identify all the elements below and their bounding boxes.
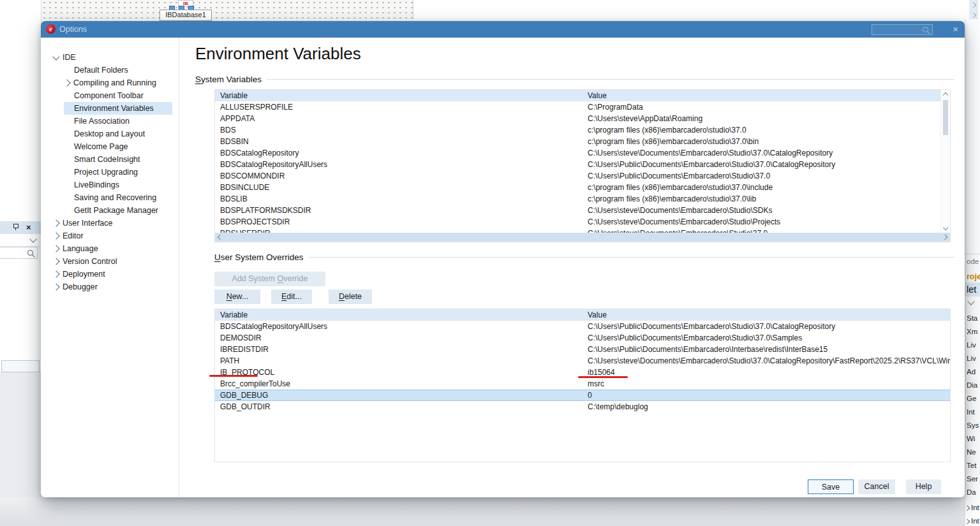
palette-category-collapsed[interactable]: Int <box>965 501 979 515</box>
chevron-right-icon[interactable] <box>52 270 59 277</box>
delete-button[interactable]: Delete <box>329 289 372 304</box>
chevron-down-icon[interactable] <box>52 53 59 60</box>
dialog-titlebar[interactable]: Options × <box>41 21 965 38</box>
edit-button[interactable]: Edit... <box>271 289 312 304</box>
sidebar-item-user-interface[interactable]: User Interface <box>41 217 179 230</box>
panel-combobox[interactable] <box>0 234 41 247</box>
palette-category[interactable]: Wi <box>967 432 975 446</box>
chevron-right-icon[interactable] <box>52 283 59 290</box>
palette-category[interactable]: Dia <box>967 379 977 392</box>
table-row[interactable]: IBREDISTDIRC:\Users\Public\Documents\Emb… <box>215 344 950 355</box>
table-row[interactable]: Brcc_compilerToUsemsrc <box>215 378 950 390</box>
sidebar-item-smart-codeinsight[interactable]: Smart CodeInsight <box>41 153 179 166</box>
sidebar-item-debugger[interactable]: Debugger <box>41 281 179 293</box>
scroll-right-icon[interactable] <box>971 13 976 18</box>
cancel-button[interactable]: Cancel <box>858 479 895 494</box>
palette-category[interactable]: Ser <box>967 472 978 486</box>
column-value[interactable]: Value <box>585 90 950 101</box>
table-row[interactable]: BDSLIBc:\program files (x86)\embarcadero… <box>215 193 941 205</box>
sidebar-item-project-upgrading[interactable]: Project Upgrading <box>41 166 179 179</box>
sidebar-item-deployment[interactable]: Deployment <box>41 268 179 281</box>
projects-panel-fragment[interactable]: roje <box>967 270 980 284</box>
table-row[interactable]: BDSCatalogRepositoryAllUsersC:\Users\Pub… <box>215 321 950 332</box>
chevron-right-icon[interactable] <box>965 506 970 511</box>
pin-icon[interactable] <box>13 224 19 231</box>
scroll-down-icon[interactable] <box>943 225 948 230</box>
panel-caption-bar[interactable]: × <box>0 221 41 234</box>
search-icon[interactable] <box>923 27 928 33</box>
scrollbar-thumb[interactable] <box>943 100 948 135</box>
table-row[interactable]: BDSUSERDIRC:\Users\steve\Documents\Embar… <box>215 228 941 233</box>
sidebar-item-ide[interactable]: IDE <box>41 51 179 64</box>
table-row[interactable]: BDSBINc:\program files (x86)\embarcadero… <box>215 136 941 147</box>
column-variable[interactable]: Variable <box>215 309 585 321</box>
palette-category[interactable]: Int <box>967 405 975 419</box>
palette-category-collapsed[interactable]: Int <box>965 515 979 526</box>
options-search-input[interactable] <box>872 24 933 35</box>
palette-category[interactable]: Tet <box>967 459 976 472</box>
column-value[interactable]: Value <box>585 309 950 321</box>
scroll-right-icon[interactable] <box>971 3 976 8</box>
save-button[interactable]: Save <box>808 479 854 494</box>
table-row[interactable]: BDSINCLUDEc:\program files (x86)\embarca… <box>215 182 941 193</box>
table-row[interactable]: BDSCOMMONDIRC:\Users\Public\Documents\Em… <box>215 170 941 182</box>
palette-category[interactable]: Sta <box>967 312 977 325</box>
table-row[interactable]: BDSPLATFORMSDKSDIRC:\Users\steve\Documen… <box>215 205 941 216</box>
table-row[interactable]: PATHC:\Users\steve\Documents\Embarcadero… <box>215 355 950 367</box>
scroll-left-icon[interactable] <box>218 235 223 240</box>
palette-category[interactable]: Xm <box>967 325 977 339</box>
scroll-right-icon[interactable] <box>942 235 947 240</box>
table-row[interactable]: DEMOSDIRC:\Users\Public\Documents\Embarc… <box>215 332 950 344</box>
chevron-right-icon[interactable] <box>63 79 70 86</box>
tab-code-fragment[interactable]: ode <box>967 255 979 268</box>
sidebar-item-welcome-page[interactable]: Welcome Page <box>41 140 179 153</box>
panel-search-input[interactable] <box>0 247 38 259</box>
chevron-right-icon[interactable] <box>52 258 59 265</box>
panel-list-item[interactable] <box>1 360 40 372</box>
scroll-up-icon[interactable] <box>943 92 948 98</box>
new-button[interactable]: New... <box>214 289 260 304</box>
sidebar-item-component-toolbar[interactable]: Component Toolbar <box>41 89 179 102</box>
component-caption[interactable]: IBDatabase1 <box>160 10 212 21</box>
chevron-down-icon[interactable] <box>29 235 36 242</box>
table-row[interactable]: BDSCatalogRepositoryC:\Users\steve\Docum… <box>215 147 941 159</box>
palette-category[interactable]: Liv <box>967 339 976 352</box>
table-row[interactable]: BDSCatalogRepositoryAllUsersC:\Users\Pub… <box>215 159 941 170</box>
sidebar-item-desktop-and-layout[interactable]: Desktop and Layout <box>41 128 179 140</box>
table-row[interactable]: APPDATAC:\Users\steve\AppData\Roaming <box>215 113 941 124</box>
editor-scrollbar[interactable] <box>969 0 978 19</box>
palette-category[interactable]: Ge <box>967 392 976 405</box>
palette-category[interactable]: Ad <box>967 365 976 379</box>
vertical-scrollbar[interactable] <box>940 90 950 233</box>
panel-close-icon[interactable]: × <box>26 221 31 234</box>
add-system-override-button[interactable]: Add System Override <box>214 272 325 286</box>
table-row-selected[interactable]: GDB_DEBUG0 <box>215 390 950 401</box>
chevron-right-icon[interactable] <box>965 519 970 524</box>
table-row[interactable]: ALLUSERSPROFILEC:\ProgramData <box>215 101 941 113</box>
sidebar-item-environment-variables[interactable]: Environment Variables <box>41 102 179 115</box>
palette-category[interactable]: Sys <box>967 419 979 432</box>
column-variable[interactable]: Variable <box>215 90 585 101</box>
sidebar-item-version-control[interactable]: Version Control <box>41 255 179 268</box>
sidebar-item-editor[interactable]: Editor <box>41 230 179 242</box>
horizontal-scrollbar[interactable] <box>215 233 950 242</box>
palette-category[interactable]: Da <box>967 486 976 499</box>
table-row[interactable]: GDB_OUTDIRC:\temp\debuglog <box>215 401 950 413</box>
palette-panel-fragment[interactable]: let <box>967 282 976 296</box>
chevron-right-icon[interactable] <box>52 232 59 239</box>
palette-category[interactable]: Liv <box>967 352 976 365</box>
sidebar-item-getit-package-manager[interactable]: GetIt Package Manager <box>41 204 179 217</box>
chevron-right-icon[interactable] <box>52 245 59 252</box>
sidebar-item-language[interactable]: Language <box>41 242 179 255</box>
sidebar-item-default-folders[interactable]: Default Folders <box>41 64 179 77</box>
table-row[interactable]: BDSc:\program files (x86)\embarcadero\st… <box>215 124 941 136</box>
help-button[interactable]: Help <box>906 479 941 494</box>
sidebar-item-livebindings[interactable]: LiveBindings <box>41 179 179 191</box>
palette-category[interactable]: Ne <box>967 446 976 459</box>
table-row[interactable]: BDSPROJECTSDIRC:\Users\steve\Documents\E… <box>215 216 941 228</box>
chevron-right-icon[interactable] <box>52 219 59 226</box>
sidebar-item-file-association[interactable]: File Association <box>41 115 179 128</box>
dialog-close-button[interactable]: × <box>953 21 958 38</box>
sidebar-item-compiling-and-running[interactable]: Compiling and Running <box>41 77 179 89</box>
sidebar-item-saving-and-recovering[interactable]: Saving and Recovering <box>41 191 179 204</box>
